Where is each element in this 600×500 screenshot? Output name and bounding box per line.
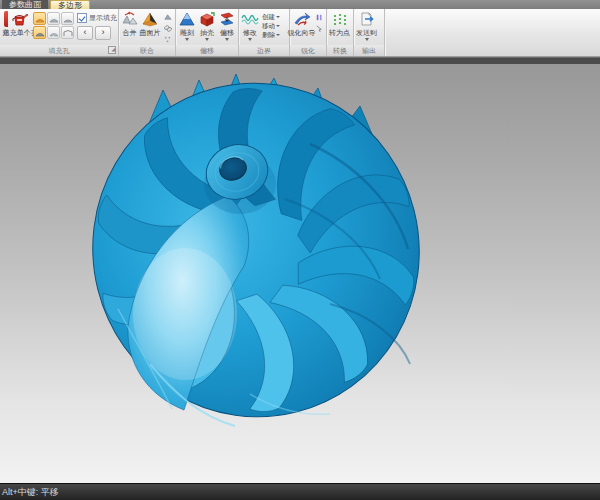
tangent-fill-toggle[interactable] — [47, 12, 60, 25]
combine-object-button[interactable] — [162, 12, 173, 22]
flat-arch-icon — [63, 14, 73, 23]
ribbon-group-fill-holes: 充 填充单个孔 — [0, 9, 119, 56]
double-bar-icon — [314, 13, 324, 22]
ribbon-group-combine: 合并 曲面片 — [119, 9, 176, 56]
specular-highlight — [133, 248, 237, 380]
chain-link-icon — [163, 24, 173, 33]
fill-bridge-icon — [63, 28, 73, 37]
menu-arrow-icon — [365, 38, 369, 41]
sharpen-wizard-icon — [293, 11, 311, 28]
patch-button[interactable]: 曲面片 — [139, 10, 161, 38]
sharpen-option-button[interactable] — [313, 12, 324, 22]
next-hole-button[interactable]: › — [95, 26, 111, 40]
modify-waves-icon — [241, 11, 259, 28]
ribbon-group-output: 发送到 输出 — [354, 9, 385, 56]
offset-button[interactable]: 偏移 — [217, 10, 237, 42]
menu-arrow-icon — [225, 38, 229, 41]
mesh-dots-icon — [163, 35, 173, 44]
ribbon-group-boundary: 修改 创建 移动 删除 — [239, 9, 290, 56]
fill-complete-toggle[interactable] — [33, 26, 46, 39]
ribbon-group-sharpen: 锐化向导 锐化 — [290, 9, 327, 56]
menu-arrow-icon — [276, 16, 280, 18]
group-label-convert: 转换 — [333, 47, 347, 54]
shell-icon — [198, 11, 216, 28]
convert-to-points-button[interactable]: 转为点 — [328, 10, 351, 38]
group-label-output: 输出 — [362, 47, 376, 54]
fill-can-icon — [11, 11, 29, 28]
mouse-hint-text: Alt+中键: 平移 — [2, 487, 59, 497]
fill-bridge-toggle[interactable] — [61, 26, 74, 39]
merge-button[interactable]: 合并 — [120, 10, 139, 38]
tab-polygon[interactable]: 多边形 — [50, 0, 90, 9]
fill-partial-toggle[interactable] — [47, 26, 60, 39]
impeller-model[interactable] — [0, 64, 600, 483]
shell-button[interactable]: 抽壳 — [197, 10, 217, 42]
sharpen-pick-button[interactable] — [313, 23, 324, 33]
create-boundary-button[interactable]: 创建 — [261, 12, 281, 21]
sharpen-wizard-button[interactable]: 锐化向导 — [291, 10, 312, 38]
impeller-disc — [57, 64, 454, 451]
application-window: 参数曲面 多边形 充 填充单个孔 — [0, 0, 600, 500]
merge-icon — [121, 11, 139, 28]
status-bar: Alt+中键: 平移 — [0, 483, 600, 500]
ribbon-group-offset: 雕刻 抽壳 — [176, 9, 239, 56]
sculpt-icon — [178, 11, 196, 28]
fill-single-hole-button[interactable]: 填充单个孔 — [8, 10, 32, 38]
move-boundary-button[interactable]: 移动 — [261, 21, 281, 30]
patch-icon — [141, 11, 159, 28]
menu-arrow-icon — [276, 25, 280, 27]
menu-arrow-icon — [276, 34, 280, 36]
fill-complete-icon — [35, 28, 45, 37]
group-label-combine: 联合 — [140, 47, 154, 54]
modify-boundary-button[interactable]: 修改 — [240, 10, 260, 42]
group-label-sharpen: 锐化 — [301, 47, 315, 54]
menu-arrow-icon — [185, 38, 189, 41]
menu-arrow-icon — [248, 38, 252, 41]
tab-parametric-surface[interactable]: 参数曲面 — [2, 0, 48, 9]
combine-mesh-button[interactable] — [162, 34, 173, 44]
show-fill-checkbox[interactable]: 显示填充 — [77, 13, 117, 23]
group-label-offset: 偏移 — [200, 47, 214, 54]
send-to-icon — [358, 11, 376, 28]
group-label-fill-holes: 填充孔 — [49, 47, 70, 54]
object-icon — [163, 13, 173, 22]
delete-boundary-button[interactable]: 删除 — [261, 30, 281, 39]
flat-fill-toggle[interactable] — [61, 12, 74, 25]
menu-arrow-icon — [205, 38, 209, 41]
group-label-boundary: 边界 — [257, 47, 271, 54]
sculpt-button[interactable]: 雕刻 — [177, 10, 197, 42]
tangent-arch-icon — [49, 14, 59, 23]
send-to-button[interactable]: 发送到 — [355, 10, 378, 42]
ribbon: 充 填充单个孔 — [0, 9, 600, 57]
dialog-launcher-icon[interactable]: ◢ — [108, 46, 116, 54]
combine-link-button[interactable] — [162, 23, 173, 33]
pick-arrow-icon — [314, 24, 324, 33]
fill-partial-icon — [49, 28, 59, 37]
hole-navigation: ‹ › — [77, 26, 117, 40]
points-grid-icon — [331, 11, 349, 28]
ribbon-tab-strip: 参数曲面 多边形 — [0, 0, 600, 9]
fill-mode-toggle-grid — [33, 12, 74, 39]
curvature-arch-icon — [35, 14, 45, 23]
curvature-fill-toggle[interactable] — [33, 12, 46, 25]
offset-icon — [218, 11, 236, 28]
previous-hole-button[interactable]: ‹ — [77, 26, 93, 40]
checkbox-checked-icon — [77, 13, 87, 23]
3d-viewport[interactable] — [0, 64, 600, 483]
ribbon-group-convert: 转为点 转换 — [327, 9, 354, 56]
